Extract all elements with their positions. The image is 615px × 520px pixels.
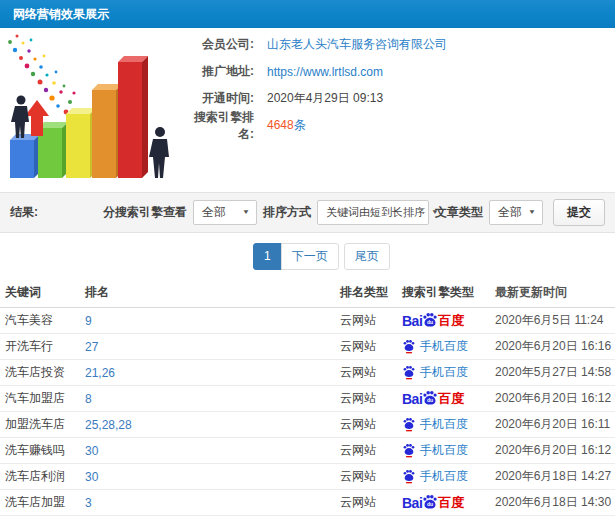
last-page-button[interactable]: 尾页 bbox=[344, 243, 390, 270]
submit-button[interactable]: 提交 bbox=[553, 199, 605, 226]
update-time-cell: 2020年6月5日 11:24 bbox=[495, 312, 615, 329]
table-body: 汽车美容 9 云网站 Bai du 百度 2020年6月5日 11:24 开洗车… bbox=[0, 308, 615, 516]
rank-type-cell: 云网站 bbox=[340, 338, 402, 355]
mobile-baidu-paw-icon bbox=[402, 443, 416, 458]
rank-type-cell: 云网站 bbox=[340, 442, 402, 459]
info-section: 会员公司: 山东老人头汽车服务咨询有限公司 推广地址: https://www.… bbox=[0, 28, 615, 192]
sort-mode-selected-value: 关键词由短到长排序 bbox=[326, 205, 425, 220]
pagination: 1 下一页 尾页 bbox=[253, 243, 615, 270]
table-row: 洗车赚钱吗 30 云网站 手机百度 2020年6月20日 16:12 bbox=[0, 438, 615, 464]
company-label: 会员公司: bbox=[180, 36, 254, 53]
filter-bar: 结果: 分搜索引擎查看 全部 ▼ 排序方式 关键词由短到长排序 ▼ 文章类型 全… bbox=[0, 192, 615, 233]
keyword-cell: 洗车店投资 bbox=[0, 364, 85, 381]
keyword-cell: 洗车店利润 bbox=[0, 468, 85, 485]
keyword-cell: 洗车店加盟 bbox=[0, 494, 85, 511]
rank-type-cell: 云网站 bbox=[340, 416, 402, 433]
mobile-baidu-icon: 手机百度 bbox=[402, 416, 468, 433]
table-row: 加盟洗车店 25,28,28 云网站 手机百度 2020年6月20日 16:11 bbox=[0, 412, 615, 438]
businessman-figure-left bbox=[11, 96, 29, 139]
chevron-down-icon: ▼ bbox=[431, 209, 439, 216]
rank-type-cell: 云网站 bbox=[340, 494, 402, 511]
rank-cell[interactable]: 30 bbox=[85, 444, 340, 458]
mobile-baidu-icon: 手机百度 bbox=[402, 468, 468, 485]
businessman-figure-right bbox=[149, 127, 169, 178]
engine-type-cell: Bai du 百度 bbox=[402, 494, 495, 512]
table-row: 汽车美容 9 云网站 Bai du 百度 2020年6月5日 11:24 bbox=[0, 308, 615, 334]
engine-view-select[interactable]: 全部 ▼ bbox=[193, 200, 257, 225]
company-name-link[interactable]: 山东老人头汽车服务咨询有限公司 bbox=[267, 36, 447, 53]
update-time-cell: 2020年6月20日 16:12 bbox=[495, 390, 615, 407]
baidu-logo: Bai du 百度 bbox=[402, 390, 464, 408]
svg-text:du: du bbox=[427, 501, 433, 507]
engine-type-cell: Bai du 百度 bbox=[402, 312, 495, 330]
article-type-select[interactable]: 全部 ▼ bbox=[489, 200, 543, 225]
mobile-baidu-paw-icon bbox=[402, 365, 416, 380]
engine-type-cell: Bai du 百度 bbox=[402, 390, 495, 408]
engine-view-selected-value: 全部 bbox=[202, 204, 226, 221]
rank-cell[interactable]: 9 bbox=[85, 314, 340, 328]
promo-url-link[interactable]: https://www.lrtlsd.com bbox=[267, 65, 383, 79]
page-1-button[interactable]: 1 bbox=[253, 243, 282, 270]
table-row: 洗车店利润 30 云网站 手机百度 2020年6月18日 14:27 bbox=[0, 464, 615, 490]
engine-rank-row: 搜索引擎排名: 4648条 bbox=[180, 112, 615, 139]
keyword-cell: 开洗车行 bbox=[0, 338, 85, 355]
company-row: 会员公司: 山东老人头汽车服务咨询有限公司 bbox=[180, 31, 615, 58]
update-time-cell: 2020年6月20日 16:11 bbox=[495, 416, 615, 433]
update-time-cell: 2020年6月18日 14:27 bbox=[495, 468, 615, 485]
engine-rank-value: 4648条 bbox=[267, 117, 306, 134]
mobile-baidu-icon: 手机百度 bbox=[402, 338, 468, 355]
results-table: 关键词 排名 排名类型 搜索引擎类型 最新更新时间 汽车美容 9 云网站 Bai… bbox=[0, 278, 615, 516]
keyword-cell: 汽车美容 bbox=[0, 312, 85, 329]
rank-cell[interactable]: 21,26 bbox=[85, 366, 340, 380]
keyword-cell: 加盟洗车店 bbox=[0, 416, 85, 433]
page-title: 网络营销效果展示 bbox=[13, 7, 109, 21]
baidu-paw-icon: du bbox=[421, 312, 439, 328]
rank-cell[interactable]: 3 bbox=[85, 496, 340, 510]
keyword-cell: 洗车赚钱吗 bbox=[0, 442, 85, 459]
header-keyword: 关键词 bbox=[0, 284, 85, 301]
engine-rank-label: 搜索引擎排名: bbox=[180, 109, 254, 143]
article-type-label: 文章类型 bbox=[435, 204, 483, 221]
filter-controls: 分搜索引擎查看 全部 ▼ 排序方式 关键词由短到长排序 ▼ 文章类型 全部 ▼ … bbox=[103, 199, 605, 226]
rank-cell[interactable]: 27 bbox=[85, 340, 340, 354]
sort-mode-label: 排序方式 bbox=[263, 204, 311, 221]
rank-cell[interactable]: 25,28,28 bbox=[85, 418, 340, 432]
baidu-paw-icon: du bbox=[421, 494, 439, 510]
mobile-baidu-paw-icon bbox=[402, 417, 416, 432]
engine-type-cell: 手机百度 bbox=[402, 338, 495, 355]
baidu-logo: Bai du 百度 bbox=[402, 312, 464, 330]
engine-view-label: 分搜索引擎查看 bbox=[103, 204, 187, 221]
growth-chart-illustration bbox=[0, 28, 180, 191]
rank-type-cell: 云网站 bbox=[340, 468, 402, 485]
rank-type-cell: 云网站 bbox=[340, 390, 402, 407]
engine-type-cell: 手机百度 bbox=[402, 416, 495, 433]
header-rank-type: 排名类型 bbox=[340, 284, 402, 301]
mobile-baidu-paw-icon bbox=[402, 339, 416, 354]
mobile-baidu-icon: 手机百度 bbox=[402, 442, 468, 459]
update-time-cell: 2020年6月18日 14:30 bbox=[495, 494, 615, 511]
rank-type-cell: 云网站 bbox=[340, 364, 402, 381]
rank-unit: 条 bbox=[294, 118, 306, 132]
opened-time-label: 开通时间: bbox=[180, 90, 254, 107]
promo-url-label: 推广地址: bbox=[180, 63, 254, 80]
baidu-logo: Bai du 百度 bbox=[402, 494, 464, 512]
update-time-cell: 2020年6月20日 16:16 bbox=[495, 338, 615, 355]
sort-mode-select[interactable]: 关键词由短到长排序 ▼ bbox=[317, 200, 429, 225]
page-header: 网络营销效果展示 bbox=[0, 0, 615, 28]
chevron-down-icon: ▼ bbox=[528, 209, 536, 216]
rank-cell[interactable]: 30 bbox=[85, 470, 340, 484]
next-page-button[interactable]: 下一页 bbox=[281, 243, 339, 270]
mobile-baidu-paw-icon bbox=[402, 469, 416, 484]
header-update-time: 最新更新时间 bbox=[495, 284, 615, 301]
svg-text:du: du bbox=[427, 319, 433, 325]
chevron-down-icon: ▼ bbox=[242, 209, 250, 216]
header-rank: 排名 bbox=[85, 284, 340, 301]
opened-time-value: 2020年4月29日 09:13 bbox=[267, 90, 383, 107]
update-time-cell: 2020年5月27日 14:58 bbox=[495, 364, 615, 381]
baidu-paw-icon: du bbox=[421, 390, 439, 406]
company-info-list: 会员公司: 山东老人头汽车服务咨询有限公司 推广地址: https://www.… bbox=[180, 28, 615, 192]
table-row: 汽车加盟店 8 云网站 Bai du 百度 2020年6月20日 16:12 bbox=[0, 386, 615, 412]
table-row: 洗车店加盟 3 云网站 Bai du 百度 2020年6月18日 14:30 bbox=[0, 490, 615, 516]
engine-type-cell: 手机百度 bbox=[402, 468, 495, 485]
rank-cell[interactable]: 8 bbox=[85, 392, 340, 406]
